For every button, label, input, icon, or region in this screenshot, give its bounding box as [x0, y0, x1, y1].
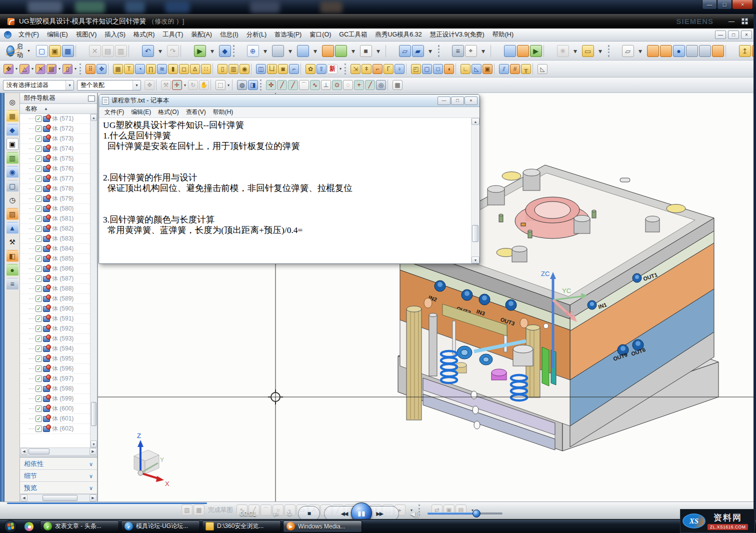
palette-icon[interactable]: ▨ — [6, 208, 18, 220]
checkbox-checked-icon[interactable]: ✓ — [36, 366, 42, 372]
grid-hash-icon[interactable]: # — [510, 64, 520, 74]
hscroll-thumb[interactable] — [28, 448, 50, 454]
mold-base-icon[interactable]: ▦ — [113, 64, 123, 74]
wedge-icon[interactable]: ◺ — [472, 64, 482, 74]
checkbox-checked-icon[interactable]: ✓ — [36, 176, 42, 182]
bend-pipe-icon[interactable]: ⌐ — [289, 64, 299, 74]
ejector-icon[interactable]: ∏ — [146, 64, 156, 74]
history-clock-icon[interactable]: ◷ — [6, 194, 18, 206]
mold-copy-icon[interactable]: ▤ — [46, 64, 56, 74]
navigator-row[interactable]: ✓ 体 (571) — [20, 114, 90, 124]
menu-item[interactable]: 插入(S) — [100, 28, 130, 41]
scroll-left-icon[interactable]: ◀ — [20, 494, 28, 502]
navigator-row[interactable]: ✓ 体 (590) — [20, 304, 90, 314]
pin-circle-icon[interactable]: ♀ — [394, 64, 404, 74]
snap-rotate-icon[interactable]: ↻ — [188, 80, 198, 90]
snap-center-icon[interactable]: ⊙ — [332, 80, 342, 90]
assemble-constraint-icon[interactable]: ✥ — [144, 80, 154, 90]
menu-item[interactable]: 文件(F) — [14, 28, 43, 41]
appearance-palette-icon[interactable] — [517, 45, 529, 57]
slot-fill-icon[interactable]: ▣ — [482, 64, 492, 74]
copy-icon[interactable]: ▤ — [102, 45, 114, 57]
ug-minimize-button[interactable]: — — [728, 18, 734, 25]
navigator-row[interactable]: ✓ 体 (578) — [20, 184, 90, 194]
checkbox-checked-icon[interactable]: ✓ — [36, 266, 42, 272]
reuse-library-icon[interactable]: ▥ — [6, 152, 18, 164]
navigator-row[interactable]: ✓ 体 (579) — [20, 194, 90, 204]
menu-item[interactable]: 分析(L) — [242, 28, 270, 41]
checkbox-checked-icon[interactable]: ✓ — [36, 406, 42, 412]
snap-wrench-icon[interactable]: ⚒ — [161, 80, 171, 90]
checkbox-checked-icon[interactable]: ✓ — [36, 346, 42, 352]
taskbar-item-wmp[interactable]: ▶ Windows Media... — [283, 520, 362, 532]
roles-door-icon[interactable]: ◧ — [6, 250, 18, 262]
checkbox-checked-icon[interactable]: ✓ — [36, 206, 42, 212]
navigator-row[interactable]: ✓ 体 (591) — [20, 314, 90, 324]
menu-item[interactable]: 视图(V) — [72, 28, 101, 41]
checkbox-checked-icon[interactable]: ✓ — [36, 116, 42, 122]
menu-item[interactable]: 窗口(O) — [306, 28, 335, 41]
square-icon[interactable]: □ — [433, 64, 443, 74]
navigator-row[interactable]: ✓ 体 (581) — [20, 214, 90, 224]
clamp-icon[interactable]: ◫ — [256, 64, 266, 74]
fit-caret-icon[interactable]: ▾ — [260, 45, 272, 57]
ruler-caret-icon[interactable]: ▾ — [594, 45, 606, 57]
menu-item[interactable]: 装配(A) — [187, 28, 216, 41]
sleeve-icon[interactable]: ▥ — [228, 64, 238, 74]
selection-filter-dropdown[interactable]: 没有选择过滤器 ▾ — [3, 80, 74, 90]
shrink-fit-icon[interactable]: ⇲ — [350, 64, 360, 74]
part-list-icon[interactable]: ≡ — [6, 278, 18, 290]
spring-icon[interactable]: ≋ — [157, 64, 167, 74]
notepad-menu-item[interactable]: 编辑(E) — [128, 106, 154, 118]
notepad-close-button[interactable]: × — [464, 96, 478, 105]
navigator-row[interactable]: ✓ 体 (596) — [20, 364, 90, 374]
notepad-minimize-button[interactable]: — — [438, 96, 450, 105]
snap-point-icon[interactable]: ▶ — [530, 45, 542, 57]
chevron-down-icon[interactable]: ∨ — [89, 485, 93, 492]
bottom-scrollbar[interactable]: ◀ ▶ — [20, 494, 97, 502]
checkbox-checked-icon[interactable]: ✓ — [36, 136, 42, 142]
repeat-icon[interactable]: ↻ — [286, 510, 292, 518]
pinwheel-app-icon[interactable] — [24, 522, 34, 532]
checkbox-checked-icon[interactable]: ✓ — [36, 226, 42, 232]
taskbar-item-browser-article[interactable]: e 发表文章 - 头条... — [40, 520, 119, 532]
save-icon[interactable]: ▦ — [62, 45, 74, 57]
measure-caret-icon[interactable]: ▾ — [570, 45, 582, 57]
ruler-icon[interactable]: ▭ — [582, 45, 594, 57]
collapsible-panel[interactable]: 预览 ∨ — [20, 482, 97, 494]
checkbox-checked-icon[interactable]: ✓ — [36, 426, 42, 432]
notepad-menu-item[interactable]: 查看(V) — [182, 106, 210, 118]
datum-plane-icon[interactable]: ▱ — [622, 45, 634, 57]
round-rect-icon[interactable]: ▢ — [422, 64, 432, 74]
navigator-row[interactable]: ✓ 体 (589) — [20, 294, 90, 304]
tools-hammer-icon[interactable]: ⚒ — [6, 236, 18, 248]
checkbox-checked-icon[interactable]: ✓ — [36, 416, 42, 422]
navigator-row[interactable]: ✓ 体 (600) — [20, 404, 90, 414]
mold-move-caret-icon[interactable]: ▾ — [14, 64, 19, 74]
snap-quadrant-icon[interactable]: ◌ — [343, 80, 353, 90]
navigator-row[interactable]: ✓ 体 (593) — [20, 334, 90, 344]
menu-item[interactable]: 格式(R) — [130, 28, 158, 41]
scroll-thumb[interactable] — [91, 402, 96, 426]
checkbox-checked-icon[interactable]: ✓ — [36, 126, 42, 132]
column-header[interactable]: 名称 ▲ — [20, 104, 97, 114]
scroll-down-icon[interactable]: ▼ — [90, 440, 97, 448]
assembly-navigator-icon[interactable]: ▦ — [6, 110, 18, 122]
selection-scope-dropdown[interactable]: 整个装配 ▾ — [77, 80, 141, 90]
checkbox-checked-icon[interactable]: ✓ — [36, 246, 42, 252]
dual-pin-icon[interactable]: ǂ — [362, 64, 372, 74]
checkbox-checked-icon[interactable]: ✓ — [36, 306, 42, 312]
checkbox-checked-icon[interactable]: ✓ — [36, 156, 42, 162]
navigator-row[interactable]: ✓ 体 (602) — [20, 424, 90, 434]
chevron-down-icon[interactable]: ∨ — [89, 461, 93, 468]
snap-face-icon[interactable]: ◎ — [376, 80, 386, 90]
clip-caret-icon[interactable]: ▾ — [348, 45, 360, 57]
cavity-box-icon[interactable] — [712, 45, 724, 57]
constraint-navigator-icon[interactable]: ◆ — [6, 124, 18, 136]
navigator-row[interactable]: ✓ 体 (585) — [20, 254, 90, 264]
hscroll-thumb[interactable] — [42, 495, 78, 501]
mold-cone-icon[interactable]: △ — [20, 64, 30, 74]
rewind-button[interactable]: ◀◀ — [340, 510, 347, 517]
pocket-corner-icon[interactable]: ◰ — [411, 64, 421, 74]
render-caret-icon[interactable]: ▾ — [284, 45, 296, 57]
